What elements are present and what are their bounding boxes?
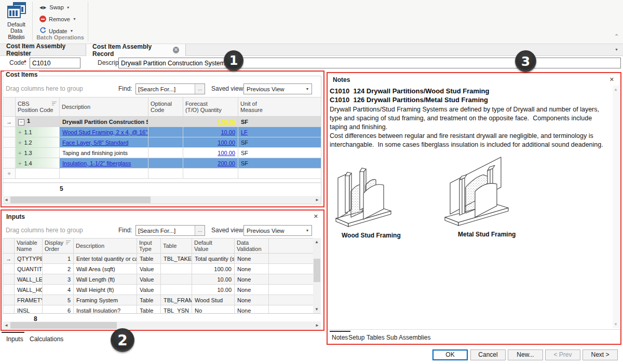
collapse-icon[interactable]: − (18, 119, 24, 125)
prev-button[interactable]: < Prev (545, 349, 580, 360)
col-table[interactable]: Table (161, 239, 192, 254)
active-tab-indicator (330, 331, 350, 332)
quantity-link[interactable]: 10.00 (221, 129, 235, 135)
scrollbar-thumb[interactable] (10, 322, 117, 329)
horizontal-scrollbar[interactable]: ◄ ► (3, 196, 321, 204)
quantity-link[interactable]: 100.00 (218, 119, 235, 125)
table-row[interactable]: WALL_LEN 3 Wall Length (ft) Value 10.00 … (3, 274, 321, 285)
new-row-icon: ✳ (3, 169, 16, 179)
col-data-validation[interactable]: DataValidation (235, 239, 269, 254)
cost-item-link[interactable]: Insulation, 1-1/2" fiberglass (62, 160, 131, 166)
tab-cost-item-assembly-record[interactable]: Cost Item Assembly Record ✕ (86, 44, 186, 56)
sort-icon (66, 240, 71, 246)
view-group-label: View (0, 34, 32, 40)
next-button[interactable]: Next > (583, 349, 618, 360)
chevron-down-icon: ▼ (70, 29, 73, 33)
close-icon[interactable]: ✕ (314, 213, 318, 220)
scroll-right-icon[interactable]: ► (314, 321, 321, 329)
col-unit-of-measure[interactable]: Unit ofMeasure (238, 97, 321, 117)
remove-button[interactable]: Remove ▼ (39, 16, 76, 22)
tab-notes[interactable]: Notes (332, 334, 348, 341)
ribbon-separator (88, 2, 88, 41)
quantity-link[interactable]: 100.00 (218, 139, 235, 146)
col-input-type[interactable]: InputType (137, 239, 161, 254)
table-row[interactable]: FRAMETYPE 5 Framing System Table TBL_FRA… (3, 295, 321, 305)
table-row[interactable]: +1.3 Taping and finishing joints 100.00 … (3, 148, 321, 158)
scroll-down-icon[interactable]: ▼ (313, 305, 320, 313)
col-optional-code[interactable]: OptionalCode (148, 97, 183, 117)
cancel-button[interactable]: Cancel (470, 349, 506, 360)
col-forecast-quantity[interactable]: Forecast(T/O) Quantity (183, 97, 238, 117)
quantity-link[interactable]: 200.00 (218, 160, 235, 166)
code-field[interactable] (30, 58, 80, 68)
tab-cost-item-assembly-register[interactable]: Cost Item Assembly Register (0, 44, 86, 55)
scroll-left-icon[interactable]: ◄ (3, 321, 10, 329)
uom-link[interactable]: LF (241, 129, 248, 135)
update-icon (39, 27, 46, 35)
ellipsis-button[interactable]: … (195, 84, 205, 94)
saved-views-dropdown[interactable]: Previous View ▼ (243, 225, 312, 236)
col-description[interactable]: Description (74, 239, 137, 254)
table-row[interactable]: +1.4 Insulation, 1-1/2" fiberglass 200.0… (3, 158, 321, 169)
expand-icon[interactable]: + (18, 139, 21, 146)
swap-button[interactable]: ◀▶ Swap ▼ (39, 4, 70, 10)
collapse-ribbon-icon[interactable]: ⌃ (614, 33, 619, 40)
table-row[interactable]: WALL_HGT 4 Wall Height (ft) Value 10.00 … (3, 285, 321, 295)
tab-list-dropdown-icon[interactable]: ▼ (615, 48, 618, 51)
close-tab-icon[interactable]: ✕ (173, 47, 179, 53)
search-input[interactable]: [Search For...] … (136, 83, 205, 94)
table-row[interactable]: +1.1 Wood Stud Framing, 2 x 4, @ 16" O.C… (3, 127, 321, 137)
scroll-down-icon[interactable]: ▼ (612, 320, 619, 328)
table-row[interactable]: INSL 6 Install Insulation? Table TBL_YSN… (3, 305, 321, 314)
col-cbs-position-code[interactable]: CBS Position Code (16, 97, 60, 117)
header-row: VariableName Display Order Description I… (3, 239, 321, 254)
notes-paragraph-2: Cost differences between regular and fir… (330, 132, 611, 149)
saved-views-label: Saved views: (211, 85, 248, 92)
description-field[interactable] (118, 58, 621, 68)
table-row[interactable]: +1.2 Face Layer, 5/8" Standard 100.00 SF (3, 137, 321, 148)
search-input[interactable]: [Search For...] … (136, 225, 205, 236)
close-icon[interactable]: ✕ (610, 76, 614, 83)
cost-item-link[interactable]: Wood Stud Framing, 2 x 4, @ 16" O.C. (62, 129, 148, 135)
new-button[interactable]: New... (508, 349, 543, 360)
expand-icon[interactable]: + (18, 150, 21, 156)
scrollbar-thumb[interactable] (10, 197, 151, 203)
grid-footer-divider (3, 313, 321, 314)
cost-items-panel: Cost Items Drag columns here to group Fi… (1, 71, 324, 207)
table-row[interactable]: → −1 Drywall Partition Construction Syst… (3, 117, 321, 127)
col-display-order[interactable]: Display Order (43, 239, 74, 254)
col-description[interactable]: Description (60, 97, 148, 117)
data-blocks-icon (7, 13, 26, 20)
tab-calculations[interactable]: Calculations (30, 335, 63, 343)
scroll-up-icon[interactable]: ▲ (612, 86, 619, 93)
tab-setup[interactable]: Setup (348, 334, 364, 341)
update-button[interactable]: Update ▼ (39, 27, 73, 35)
saved-views-dropdown[interactable]: Previous View ▼ (243, 83, 312, 94)
col-default-value[interactable]: DefaultValue (192, 239, 235, 254)
remove-icon (39, 16, 46, 22)
expand-icon[interactable]: + (18, 129, 21, 135)
ok-button[interactable]: OK (432, 349, 468, 360)
expand-icon[interactable]: + (18, 160, 21, 166)
table-row[interactable]: → QTYTYPE 1 Enter total quantity or calc… (3, 254, 321, 264)
scroll-left-icon[interactable]: ◄ (3, 196, 10, 204)
sort-icon (52, 101, 57, 107)
table-row[interactable]: QUANTITY 2 Wall Area (sqft) Value 100.00… (3, 264, 321, 274)
tab-sub-assemblies[interactable]: Sub Assemblies (386, 334, 430, 341)
quantity-link[interactable]: 100.00 (218, 150, 235, 156)
horizontal-scrollbar[interactable]: ◄ ► (3, 321, 321, 329)
cost-items-grid: CBS Position Code Description OptionalCo… (3, 97, 321, 179)
find-label: Find: (118, 227, 132, 234)
tab-tables[interactable]: Tables (367, 334, 385, 341)
cost-item-link[interactable]: Face Layer, 5/8" Standard (62, 139, 128, 146)
new-row[interactable]: ✳ (3, 169, 321, 179)
ellipsis-button[interactable]: … (195, 226, 205, 235)
col-variable-name[interactable]: VariableName (15, 239, 43, 254)
scroll-up-icon[interactable]: ▲ (313, 238, 320, 246)
scroll-right-icon[interactable]: ► (314, 196, 321, 204)
scrollbar-thumb[interactable] (314, 259, 320, 282)
vertical-scrollbar[interactable]: ▲ ▼ (313, 238, 321, 313)
tab-inputs[interactable]: Inputs (6, 335, 23, 343)
wood-stud-framing-caption: Wood Stud Framing (342, 232, 401, 239)
vertical-scrollbar[interactable]: ▲ ▼ (613, 86, 619, 328)
